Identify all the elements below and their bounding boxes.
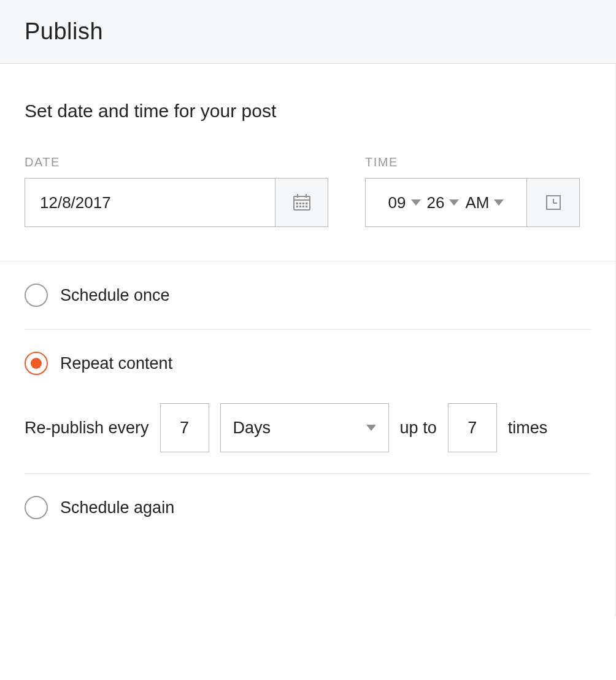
- time-input-wrap: 09 26 AM: [365, 178, 580, 227]
- repeat-config-row: Re-publish every Days up to times: [25, 397, 591, 474]
- radio-schedule-again[interactable]: [25, 496, 48, 519]
- repeat-midfix: up to: [400, 419, 437, 438]
- clock-button[interactable]: [526, 179, 579, 226]
- svg-rect-10: [302, 206, 304, 207]
- chevron-down-icon: [449, 199, 459, 206]
- content-panel: Set date and time for your post DATE: [0, 64, 616, 616]
- radio-repeat-content[interactable]: [25, 352, 48, 375]
- svg-rect-9: [299, 206, 301, 207]
- date-label: DATE: [25, 155, 328, 169]
- datetime-section: Set date and time for your post DATE: [0, 64, 615, 261]
- svg-rect-7: [306, 203, 307, 204]
- page-title: Publish: [25, 18, 591, 45]
- option-label-again: Schedule again: [60, 498, 174, 517]
- hour-select[interactable]: 09: [387, 191, 422, 215]
- section-title: Set date and time for your post: [25, 101, 591, 122]
- minute-select[interactable]: 26: [426, 191, 461, 215]
- clock-icon: [545, 194, 562, 211]
- repeat-suffix: times: [508, 419, 548, 438]
- radio-schedule-once[interactable]: [25, 284, 48, 307]
- hour-value: 09: [388, 193, 406, 212]
- svg-rect-0: [294, 196, 310, 210]
- option-label-repeat: Repeat content: [60, 354, 172, 373]
- repeat-interval-input[interactable]: [160, 403, 209, 452]
- time-label: TIME: [365, 155, 580, 169]
- ampm-select[interactable]: AM: [464, 191, 505, 215]
- repeat-unit-select[interactable]: Days: [220, 403, 389, 452]
- date-input-wrap: [25, 178, 328, 227]
- svg-rect-5: [299, 203, 301, 204]
- header: Publish: [0, 0, 616, 64]
- option-repeat-content-block: Repeat content Re-publish every Days up …: [25, 330, 591, 474]
- ampm-value: AM: [465, 193, 489, 212]
- svg-rect-4: [296, 203, 298, 204]
- svg-rect-8: [296, 206, 298, 207]
- repeat-unit-value: Days: [233, 419, 271, 438]
- option-repeat-content[interactable]: Repeat content: [25, 330, 591, 397]
- option-schedule-again[interactable]: Schedule again: [25, 474, 591, 541]
- svg-rect-6: [302, 203, 304, 204]
- time-field-group: TIME 09 26 AM: [365, 155, 580, 227]
- repeat-count-input[interactable]: [448, 403, 497, 452]
- chevron-down-icon: [366, 425, 376, 431]
- option-schedule-once[interactable]: Schedule once: [25, 261, 591, 330]
- chevron-down-icon: [411, 199, 421, 206]
- option-label-once: Schedule once: [60, 286, 170, 305]
- date-field-group: DATE: [25, 155, 328, 227]
- schedule-options: Schedule once Repeat content Re-publish …: [0, 261, 615, 566]
- svg-rect-11: [306, 206, 307, 207]
- radio-dot: [31, 358, 42, 369]
- date-input[interactable]: [25, 179, 275, 226]
- chevron-down-icon: [494, 199, 504, 206]
- calendar-button[interactable]: [275, 179, 328, 226]
- repeat-prefix: Re-publish every: [25, 419, 149, 438]
- minute-value: 26: [427, 193, 445, 212]
- calendar-icon: [292, 193, 312, 212]
